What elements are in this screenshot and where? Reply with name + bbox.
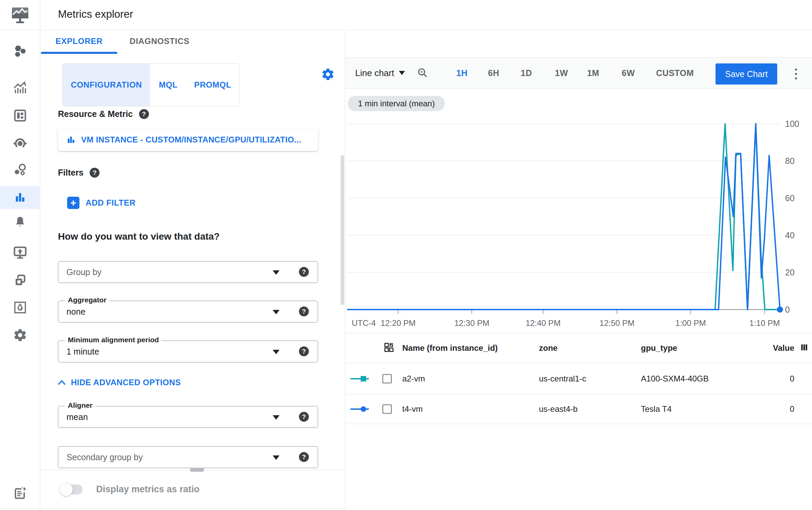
chevron-down-icon <box>273 350 280 354</box>
svg-text:12:50 PM: 12:50 PM <box>600 318 635 328</box>
uptime-checks-icon[interactable] <box>0 244 40 261</box>
svg-text:20: 20 <box>785 268 795 277</box>
table-row: t4-vm us-east4-b Tesla T4 0 <box>345 394 812 424</box>
add-filter-button[interactable]: + ADD FILTER <box>67 197 136 209</box>
tab-configuration[interactable]: CONFIGURATION <box>63 64 150 106</box>
resource-metric-section: Resource & Metric ? <box>58 109 149 119</box>
aligner-select[interactable]: Aligner mean ? <box>58 406 318 428</box>
group-by-placeholder: Group by <box>66 267 102 277</box>
help-icon[interactable]: ? <box>299 412 309 422</box>
column-options-icon[interactable] <box>800 343 809 353</box>
resource-metric-label: Resource & Metric <box>58 109 133 119</box>
filters-label: Filters <box>58 168 84 178</box>
aligner-value: mean <box>66 412 88 422</box>
row-checkbox[interactable] <box>382 405 392 414</box>
view-data-heading: How do you want to view that data? <box>58 231 220 242</box>
chevron-down-icon <box>273 310 280 314</box>
help-icon[interactable]: ? <box>299 346 309 356</box>
square-marker-icon <box>361 376 366 381</box>
column-header-name[interactable]: Name (from instance_id) <box>402 343 498 353</box>
plus-icon: + <box>67 197 79 209</box>
range-button-1w[interactable]: 1W <box>550 57 573 89</box>
range-button-1h[interactable]: 1H <box>450 57 474 89</box>
range-button-1d[interactable]: 1D <box>514 57 538 89</box>
metric-trends-icon[interactable] <box>0 79 40 96</box>
group-by-select[interactable]: Group by ? <box>58 261 318 283</box>
hide-advanced-options-button[interactable]: HIDE ADVANCED OPTIONS <box>57 378 181 387</box>
chart-type-label: Line chart <box>355 68 394 78</box>
resize-drag-handle[interactable] <box>190 468 204 472</box>
group-check-icon[interactable] <box>384 342 394 354</box>
aggregator-select[interactable]: Aggregator none ? <box>58 301 318 322</box>
chevron-down-icon <box>273 270 280 275</box>
chart-settings-gear-icon[interactable] <box>321 68 335 81</box>
metrics-explorer-app: Metrics explorer EXPLORER DIAGNOSTICS CO… <box>0 0 812 510</box>
tab-diagnostics[interactable]: DIAGNOSTICS <box>125 30 194 52</box>
chevron-down-icon <box>273 415 280 420</box>
page-title: Metrics explorer <box>58 8 133 20</box>
display-ratio-toggle[interactable] <box>61 484 82 495</box>
tab-mql[interactable]: MQL <box>150 64 186 106</box>
tab-explorer[interactable]: EXPLORER <box>41 30 117 52</box>
range-button-6w[interactable]: 6W <box>616 57 640 89</box>
row-checkbox[interactable] <box>382 374 392 383</box>
groups-icon[interactable] <box>0 272 40 289</box>
chart-type-select[interactable]: Line chart <box>355 57 405 89</box>
min-alignment-value: 1 minute <box>66 347 99 357</box>
chevron-up-icon <box>57 379 66 386</box>
svg-text:12:30 PM: 12:30 PM <box>454 318 490 328</box>
interval-chip[interactable]: 1 min interval (mean) <box>348 96 445 111</box>
add-filter-label: ADD FILTER <box>86 198 136 208</box>
cell-zone: us-east4-b <box>539 404 577 414</box>
more-options-kebab-icon[interactable] <box>793 65 799 83</box>
help-icon[interactable]: ? <box>299 452 309 462</box>
query-mode-tabs: CONFIGURATION MQL PROMQL <box>62 63 239 106</box>
help-icon[interactable]: ? <box>299 267 309 277</box>
range-button-1m[interactable]: 1M <box>581 57 605 89</box>
help-icon[interactable]: ? <box>299 306 309 316</box>
selected-metric-label: VM INSTANCE - CUSTOM/INSTANCE/GPU/UTILIZ… <box>81 135 301 145</box>
table-row: a2-vm us-central1-c A100-SXM4-40GB 0 <box>345 363 812 394</box>
header-divider <box>0 30 812 30</box>
integrations-icon[interactable] <box>0 136 40 151</box>
svg-text:40: 40 <box>785 230 795 240</box>
secondary-group-by-select[interactable]: Secondary group by ? <box>58 446 318 468</box>
observability-overview-icon[interactable] <box>0 42 40 61</box>
cell-value: 0 <box>740 374 794 384</box>
panel-scrollbar-thumb[interactable] <box>341 155 344 305</box>
aggregator-label: Aggregator <box>65 296 109 304</box>
cell-name: a2-vm <box>402 374 425 384</box>
aggregator-value: none <box>66 307 86 317</box>
help-icon[interactable]: ? <box>139 109 149 119</box>
svg-text:UTC-4: UTC-4 <box>352 318 376 328</box>
svg-text:80: 80 <box>785 156 795 166</box>
settings-gear-icon[interactable] <box>0 327 40 344</box>
cell-zone: us-central1-c <box>539 374 586 384</box>
tab-promql[interactable]: PROMQL <box>186 64 239 106</box>
selected-metric-chip[interactable]: VM INSTANCE - CUSTOM/INSTANCE/GPU/UTILIZ… <box>58 129 318 151</box>
column-header-zone[interactable]: zone <box>539 343 558 353</box>
feedback-compose-icon[interactable] <box>0 484 40 502</box>
filters-section: Filters ? <box>58 168 100 178</box>
svg-text:12:40 PM: 12:40 PM <box>526 318 561 328</box>
save-chart-button[interactable]: Save Chart <box>716 63 777 85</box>
svg-text:1:10 PM: 1:10 PM <box>749 318 780 328</box>
services-icon[interactable] <box>0 162 40 177</box>
column-header-gpu-type[interactable]: gpu_type <box>641 343 677 353</box>
cell-gpu-type: Tesla T4 <box>641 404 672 414</box>
zoom-out-icon[interactable] <box>417 67 428 80</box>
cell-value: 0 <box>740 404 794 414</box>
dashboards-icon[interactable] <box>0 108 40 123</box>
range-button-custom[interactable]: CUSTOM <box>654 57 696 89</box>
min-alignment-period-select[interactable]: Minimum alignment period 1 minute ? <box>58 341 318 362</box>
managed-prometheus-icon[interactable] <box>0 299 40 316</box>
monitoring-logo-icon[interactable] <box>0 5 40 25</box>
table-header-row: Name (from instance_id) zone gpu_type Va… <box>345 333 812 363</box>
metrics-explorer-icon[interactable] <box>0 190 40 205</box>
min-alignment-label: Minimum alignment period <box>65 336 162 344</box>
range-button-6h[interactable]: 6H <box>482 57 506 89</box>
alerting-bell-icon[interactable] <box>0 214 40 230</box>
column-header-value[interactable]: Value <box>740 343 794 353</box>
line-chart[interactable]: 10080604020012:20 PM12:30 PM12:40 PM12:5… <box>345 113 812 334</box>
help-icon[interactable]: ? <box>90 168 100 178</box>
